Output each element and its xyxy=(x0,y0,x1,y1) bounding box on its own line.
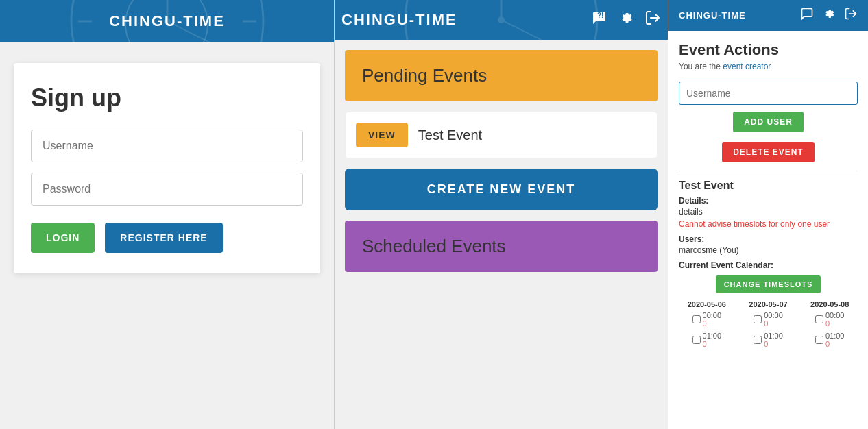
timeslot-checkbox[interactable] xyxy=(754,315,762,323)
create-new-event-button[interactable]: CREATE NEW EVENT xyxy=(345,169,658,210)
calendar-label: Current Event Calendar: xyxy=(679,260,858,270)
panel2-header-icons: ?! xyxy=(591,10,661,30)
panel2-header-title: CHINGU-TIME xyxy=(341,11,457,29)
divider xyxy=(679,171,858,171)
slot-count: 0 xyxy=(703,340,707,348)
change-timeslots-button[interactable]: CHANGE TIMESLOTS xyxy=(716,275,821,293)
calendar-slot: 00:000 xyxy=(754,311,783,328)
slot-time: 00:00 xyxy=(764,311,783,319)
test-event-title: Test Event xyxy=(679,180,858,192)
calendar-slot: 01:000 xyxy=(692,332,722,348)
calendar-col-date: 2020-05-06 xyxy=(688,300,726,308)
panel3-settings-icon[interactable] xyxy=(822,7,836,24)
event-creator-text: You are the event creator xyxy=(679,62,858,71)
slot-time: 01:00 xyxy=(825,332,845,340)
add-user-button[interactable]: ADD USER xyxy=(733,112,804,132)
delete-event-button[interactable]: DELETE EVENT xyxy=(722,142,815,162)
test-event-section: Test Event Details: details Cannot advis… xyxy=(679,180,858,352)
slot-count: 0 xyxy=(764,340,768,348)
slot-count: 0 xyxy=(764,319,768,328)
calendar-slot: 01:000 xyxy=(754,332,783,348)
event-item: VIEW Test Event xyxy=(345,112,658,158)
users-label: Users: xyxy=(679,234,858,244)
login-button[interactable]: LOGIN xyxy=(31,223,95,253)
panel1-header: CHINGU-TIME xyxy=(0,0,334,42)
calendar-column: 2020-05-0800:00001:000 xyxy=(801,300,858,352)
events-panel: CHINGU-TIME ?! Pending Events VIEW Test … xyxy=(334,0,668,429)
signup-button-row: LOGIN REGISTER HERE xyxy=(31,223,303,253)
svg-line-11 xyxy=(501,20,556,40)
panel1-header-title: CHINGU-TIME xyxy=(109,12,225,29)
pending-events-header: Pending Events xyxy=(345,50,658,101)
slot-time: 01:00 xyxy=(764,332,783,340)
calendar-slot: 01:000 xyxy=(815,332,845,348)
signup-card: Sign up LOGIN REGISTER HERE xyxy=(14,63,320,273)
timeslot-checkbox[interactable] xyxy=(692,336,701,344)
calendar-col-date: 2020-05-07 xyxy=(749,300,787,308)
chat-icon[interactable]: ?! xyxy=(591,10,607,30)
signup-password-input[interactable] xyxy=(31,173,303,206)
calendar-columns: 2020-05-0600:00001:0002020-05-0700:00001… xyxy=(679,300,858,352)
slot-time: 00:00 xyxy=(703,311,722,319)
panel3-chat-icon[interactable] xyxy=(800,7,814,24)
calendar-column: 2020-05-0600:00001:000 xyxy=(679,300,735,352)
calendar-slot: 00:000 xyxy=(815,311,845,328)
logout-icon[interactable] xyxy=(644,10,661,30)
scheduled-events-header: Scheduled Events xyxy=(345,221,658,272)
slot-count: 0 xyxy=(825,340,830,348)
event-actions-panel: CHINGU-TIME Event Actions You are the ev… xyxy=(668,0,868,429)
event-name: Test Event xyxy=(418,127,482,143)
signup-username-input[interactable] xyxy=(31,130,303,162)
calendar-slot: 00:000 xyxy=(692,311,722,328)
signup-title: Sign up xyxy=(31,84,303,112)
view-event-button[interactable]: VIEW xyxy=(356,123,408,147)
timeslot-checkbox[interactable] xyxy=(815,315,823,323)
panel2-header: CHINGU-TIME ?! xyxy=(335,0,668,40)
calendar-col-date: 2020-05-08 xyxy=(810,300,849,308)
svg-text:?!: ?! xyxy=(597,12,603,19)
settings-icon[interactable] xyxy=(618,10,634,30)
event-actions-content: Event Actions You are the event creator … xyxy=(668,31,868,429)
add-user-input[interactable] xyxy=(679,82,858,105)
events-content: Pending Events VIEW Test Event CREATE NE… xyxy=(335,40,668,429)
timeslot-checkbox[interactable] xyxy=(692,315,701,323)
actions-row: ADD USER DELETE EVENT xyxy=(679,112,858,162)
users-value: marcosme (You) xyxy=(679,245,858,255)
panel3-header-title: CHINGU-TIME xyxy=(679,10,746,21)
panel3-header-icons xyxy=(800,7,858,24)
slot-time: 00:00 xyxy=(825,311,845,319)
signup-panel: CHINGU-TIME Sign up LOGIN REGISTER HERE xyxy=(0,0,334,429)
details-value: details xyxy=(679,207,858,217)
panel3-logout-icon[interactable] xyxy=(844,7,858,24)
timeslot-checkbox[interactable] xyxy=(754,336,762,344)
timeslot-checkbox[interactable] xyxy=(815,336,823,344)
event-actions-title: Event Actions xyxy=(679,41,858,59)
event-creator-link[interactable]: event creator xyxy=(723,62,771,71)
slot-count: 0 xyxy=(825,319,830,328)
calendar-column: 2020-05-0700:00001:000 xyxy=(740,300,797,352)
details-label: Details: xyxy=(679,196,858,206)
slot-count: 0 xyxy=(703,319,707,328)
panel3-header: CHINGU-TIME xyxy=(668,0,868,31)
register-button[interactable]: REGISTER HERE xyxy=(105,223,222,253)
warning-text: Cannot advise timeslots for only one use… xyxy=(679,219,858,229)
slot-time: 01:00 xyxy=(703,332,722,340)
